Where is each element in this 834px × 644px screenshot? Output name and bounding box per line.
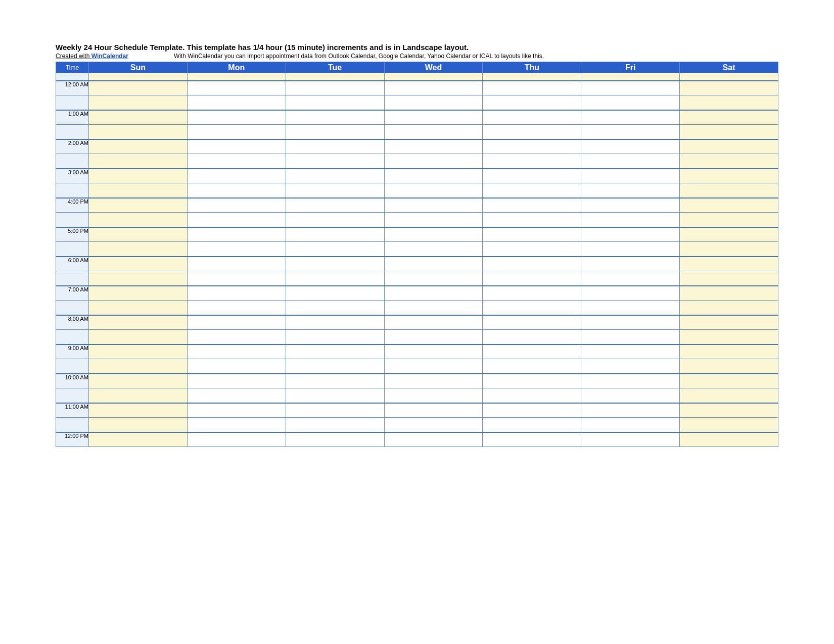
schedule-cell[interactable] — [581, 81, 680, 95]
schedule-cell[interactable] — [89, 169, 188, 183]
schedule-cell[interactable] — [680, 374, 778, 388]
schedule-cell[interactable] — [581, 95, 680, 110]
schedule-cell[interactable] — [680, 213, 778, 227]
schedule-cell[interactable] — [680, 271, 778, 286]
schedule-cell[interactable] — [581, 169, 680, 183]
schedule-cell[interactable] — [483, 213, 581, 227]
schedule-cell[interactable] — [187, 418, 286, 432]
schedule-cell[interactable] — [89, 359, 188, 374]
schedule-cell[interactable] — [89, 213, 188, 227]
schedule-cell[interactable] — [483, 286, 581, 301]
schedule-cell[interactable] — [483, 183, 581, 198]
schedule-cell[interactable] — [187, 271, 286, 286]
schedule-cell[interactable] — [187, 315, 286, 330]
schedule-cell[interactable] — [187, 227, 286, 242]
schedule-cell[interactable] — [187, 95, 286, 110]
schedule-cell[interactable] — [384, 227, 483, 242]
schedule-cell[interactable] — [680, 183, 778, 198]
created-with-link[interactable]: Created with WinCalendar — [56, 53, 128, 60]
schedule-cell[interactable] — [286, 81, 384, 95]
schedule-cell[interactable] — [483, 330, 581, 344]
schedule-cell[interactable] — [89, 301, 188, 315]
schedule-cell[interactable] — [384, 403, 483, 418]
schedule-cell[interactable] — [483, 139, 581, 154]
schedule-cell[interactable] — [384, 213, 483, 227]
schedule-cell[interactable] — [483, 374, 581, 388]
schedule-cell[interactable] — [187, 125, 286, 139]
schedule-cell[interactable] — [680, 169, 778, 183]
schedule-cell[interactable] — [483, 344, 581, 359]
schedule-cell[interactable] — [384, 198, 483, 213]
schedule-cell[interactable] — [286, 330, 384, 344]
schedule-cell[interactable] — [483, 271, 581, 286]
schedule-cell[interactable] — [483, 315, 581, 330]
schedule-cell[interactable] — [384, 81, 483, 95]
schedule-cell[interactable] — [483, 110, 581, 125]
schedule-cell[interactable] — [581, 301, 680, 315]
schedule-cell[interactable] — [286, 418, 384, 432]
schedule-cell[interactable] — [581, 286, 680, 301]
schedule-cell[interactable] — [89, 418, 188, 432]
schedule-cell[interactable] — [286, 110, 384, 125]
schedule-cell[interactable] — [680, 125, 778, 139]
schedule-cell[interactable] — [286, 403, 384, 418]
schedule-cell[interactable] — [89, 154, 188, 169]
schedule-cell[interactable] — [384, 330, 483, 344]
schedule-cell[interactable] — [286, 183, 384, 198]
schedule-cell[interactable] — [187, 388, 286, 403]
schedule-cell[interactable] — [680, 344, 778, 359]
schedule-cell[interactable] — [680, 359, 778, 374]
schedule-cell[interactable] — [89, 183, 188, 198]
schedule-cell[interactable] — [581, 271, 680, 286]
schedule-cell[interactable] — [286, 359, 384, 374]
schedule-cell[interactable] — [286, 198, 384, 213]
schedule-cell[interactable] — [483, 227, 581, 242]
schedule-cell[interactable] — [89, 403, 188, 418]
schedule-cell[interactable] — [384, 432, 483, 447]
schedule-cell[interactable] — [384, 139, 483, 154]
schedule-cell[interactable] — [286, 271, 384, 286]
schedule-cell[interactable] — [384, 315, 483, 330]
schedule-cell[interactable] — [187, 301, 286, 315]
schedule-cell[interactable] — [483, 432, 581, 447]
schedule-cell[interactable] — [89, 257, 188, 271]
schedule-cell[interactable] — [187, 169, 286, 183]
schedule-cell[interactable] — [680, 301, 778, 315]
schedule-cell[interactable] — [89, 271, 188, 286]
schedule-cell[interactable] — [187, 213, 286, 227]
schedule-cell[interactable] — [384, 271, 483, 286]
schedule-cell[interactable] — [680, 330, 778, 344]
schedule-cell[interactable] — [581, 139, 680, 154]
schedule-cell[interactable] — [581, 213, 680, 227]
schedule-cell[interactable] — [483, 418, 581, 432]
schedule-cell[interactable] — [384, 374, 483, 388]
schedule-cell[interactable] — [89, 330, 188, 344]
schedule-cell[interactable] — [286, 432, 384, 447]
schedule-cell[interactable] — [89, 110, 188, 125]
schedule-cell[interactable] — [483, 81, 581, 95]
schedule-cell[interactable] — [89, 286, 188, 301]
schedule-cell[interactable] — [89, 432, 188, 447]
schedule-cell[interactable] — [286, 169, 384, 183]
schedule-cell[interactable] — [483, 359, 581, 374]
schedule-cell[interactable] — [483, 95, 581, 110]
schedule-cell[interactable] — [680, 139, 778, 154]
schedule-cell[interactable] — [581, 154, 680, 169]
schedule-cell[interactable] — [581, 183, 680, 198]
schedule-cell[interactable] — [384, 242, 483, 257]
schedule-cell[interactable] — [483, 403, 581, 418]
schedule-cell[interactable] — [680, 418, 778, 432]
schedule-cell[interactable] — [384, 286, 483, 301]
schedule-cell[interactable] — [286, 301, 384, 315]
schedule-cell[interactable] — [187, 139, 286, 154]
schedule-cell[interactable] — [581, 315, 680, 330]
schedule-cell[interactable] — [384, 388, 483, 403]
schedule-cell[interactable] — [483, 125, 581, 139]
schedule-cell[interactable] — [483, 169, 581, 183]
schedule-cell[interactable] — [286, 242, 384, 257]
schedule-cell[interactable] — [680, 227, 778, 242]
schedule-cell[interactable] — [286, 213, 384, 227]
schedule-cell[interactable] — [89, 139, 188, 154]
schedule-cell[interactable] — [680, 432, 778, 447]
schedule-cell[interactable] — [187, 374, 286, 388]
